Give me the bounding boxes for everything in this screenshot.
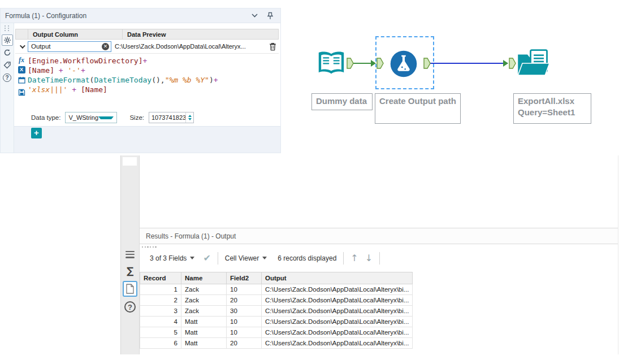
question-mark-icon: ? bbox=[3, 73, 11, 82]
collapse-chevron-icon[interactable] bbox=[249, 11, 260, 21]
configuration-panel-titlebar: Formula (1) - Configuration bbox=[1, 8, 280, 23]
insert-variable-icon[interactable]: X bbox=[18, 66, 25, 73]
results-title: Results - Formula (1) - Output bbox=[146, 232, 236, 240]
expression-row: ✕ C:\Users\Zack.Dodson\AppData\Local\Alt… bbox=[15, 40, 279, 54]
results-titlebar: Results - Formula (1) - Output bbox=[140, 228, 618, 244]
table-row[interactable]: 1Zack10C:\Users\Zack.Dodson\AppData\Loca… bbox=[140, 284, 413, 295]
help-icon[interactable]: ? bbox=[2, 72, 13, 83]
calendar-icon[interactable] bbox=[18, 76, 25, 86]
expression-grid-header: Output Column Data Preview bbox=[15, 29, 279, 40]
delete-expression-button[interactable] bbox=[267, 42, 278, 51]
tool-annotation-formula[interactable]: Create Output path bbox=[375, 93, 461, 124]
data-type-row: Data type: V_WString Size: bbox=[15, 110, 279, 125]
output-data-input-anchor[interactable] bbox=[509, 58, 516, 68]
results-panel: Results - Formula (1) - Output 3 of 3 Fi… bbox=[140, 155, 618, 354]
grid-header-output-column: Output Column bbox=[28, 29, 123, 39]
connection-2-arrow-icon bbox=[503, 60, 508, 67]
tool-annotation-text-input[interactable]: Dummy data bbox=[311, 93, 373, 110]
formula-configuration-panel: Formula (1) - Configuration ? bbox=[0, 8, 281, 153]
results-help-icon[interactable]: ? bbox=[124, 301, 136, 313]
configuration-tool-strip: ? bbox=[1, 23, 14, 153]
chevron-down-icon bbox=[262, 257, 267, 259]
results-side-strip: ∑ ? bbox=[120, 155, 140, 354]
grid-header-blank bbox=[16, 29, 28, 39]
step-down-icon[interactable] bbox=[188, 118, 192, 120]
chevron-down-icon bbox=[190, 257, 194, 259]
pin-icon[interactable] bbox=[265, 11, 276, 21]
grid-header-data-preview: Data Preview bbox=[123, 29, 278, 39]
table-row[interactable]: 5Matt10C:\Users\Zack.Dodson\AppData\Loca… bbox=[140, 327, 413, 338]
tool-annotation-output-data[interactable]: ExportAll.xlsx Query=Sheet1 bbox=[513, 93, 591, 124]
column-header-output[interactable]: Output bbox=[262, 272, 413, 284]
save-expression-icon[interactable] bbox=[18, 88, 25, 98]
book-icon bbox=[317, 49, 346, 78]
tool-formula[interactable] bbox=[389, 49, 418, 79]
editor-gutter: fx X bbox=[15, 55, 28, 108]
toolbar-separator bbox=[343, 252, 344, 265]
results-table-body: 1Zack10C:\Users\Zack.Dodson\AppData\Loca… bbox=[140, 284, 413, 349]
output-column-field[interactable]: ✕ bbox=[28, 41, 111, 52]
table-row[interactable]: 3Zack30C:\Users\Zack.Dodson\AppData\Loca… bbox=[140, 306, 413, 317]
tool-text-input[interactable] bbox=[317, 49, 346, 78]
data-type-select[interactable]: V_WString bbox=[65, 112, 117, 123]
document-icon bbox=[126, 284, 134, 294]
dropdown-caret-icon bbox=[98, 116, 114, 119]
output-column-input[interactable] bbox=[31, 43, 102, 50]
table-row[interactable]: 6Matt20C:\Users\Zack.Dodson\AppData\Loca… bbox=[140, 338, 413, 349]
table-row[interactable]: 2Zack20C:\Users\Zack.Dodson\AppData\Loca… bbox=[140, 295, 413, 306]
configuration-panel-title: Formula (1) - Configuration bbox=[5, 12, 86, 20]
strip-top-box bbox=[123, 157, 137, 166]
metadata-sigma-icon[interactable]: ∑ bbox=[127, 265, 133, 276]
tool-output-data[interactable] bbox=[517, 48, 549, 79]
cell-viewer-label: Cell Viewer bbox=[225, 254, 259, 262]
flask-icon bbox=[389, 49, 418, 79]
chevron-down-icon bbox=[19, 43, 25, 49]
cell-viewer-dropdown[interactable]: Cell Viewer bbox=[225, 254, 270, 262]
size-input[interactable] bbox=[149, 114, 185, 121]
column-header-record[interactable]: Record bbox=[140, 272, 181, 284]
formula-line[interactable]: DateTimeFormat(DateTimeToday(),"%m %b %Y… bbox=[28, 75, 279, 85]
annotation-tag-icon[interactable] bbox=[2, 59, 13, 71]
step-up-icon[interactable] bbox=[188, 115, 192, 117]
formula-line[interactable]: 'xlsx|||' + [Name] bbox=[28, 85, 279, 94]
results-table: Record Name Field2 Output 1Zack10C:\User… bbox=[140, 272, 413, 349]
refresh-icon[interactable] bbox=[2, 47, 13, 58]
scroll-down-icon[interactable]: ↓ bbox=[365, 253, 373, 263]
configuration-tab-gear-icon[interactable] bbox=[2, 34, 13, 46]
column-header-field2[interactable]: Field2 bbox=[227, 272, 262, 284]
results-grid-icon[interactable] bbox=[125, 249, 135, 259]
data-type-label: Data type: bbox=[31, 114, 60, 121]
records-displayed-text: 6 records displayed bbox=[278, 254, 336, 262]
apply-checkmark-icon[interactable]: ✔ bbox=[203, 253, 210, 263]
toolbar-separator bbox=[379, 252, 380, 265]
column-header-name[interactable]: Name bbox=[181, 272, 227, 284]
formula-line[interactable]: [Engine.WorkflowDirectory]+ bbox=[28, 56, 279, 66]
size-label: Size: bbox=[129, 114, 144, 121]
toolbar-separator bbox=[218, 252, 218, 265]
panel-grip-dots[interactable] bbox=[5, 25, 10, 31]
alteryx-designer-window: Formula (1) - Configuration ? bbox=[0, 0, 619, 364]
folder-document-icon bbox=[517, 48, 549, 79]
text-input-output-anchor[interactable] bbox=[347, 58, 353, 68]
formula-line[interactable]: [Name] + '-'+ bbox=[28, 66, 279, 75]
data-type-value: V_WString bbox=[66, 114, 98, 121]
fields-dropdown-label: 3 of 3 Fields bbox=[150, 254, 187, 262]
table-row[interactable]: 4Matt10C:\Users\Zack.Dodson\AppData\Loca… bbox=[140, 317, 413, 327]
clear-icon[interactable]: ✕ bbox=[102, 43, 109, 50]
scroll-up-icon[interactable]: ↑ bbox=[350, 253, 358, 263]
preview-view-selected[interactable] bbox=[123, 281, 137, 297]
formula-expression-editor[interactable]: fx X [Engine.WorkflowDirectory]+[Name] +… bbox=[15, 55, 279, 108]
formula-editor-lines[interactable]: [Engine.WorkflowDirectory]+[Name] + '-'+… bbox=[28, 55, 279, 108]
add-expression-button[interactable]: + bbox=[31, 128, 42, 138]
trash-icon bbox=[269, 42, 276, 51]
results-toolbar: 3 of 3 Fields ✔ Cell Viewer 6 records di… bbox=[140, 244, 618, 272]
fields-dropdown[interactable]: 3 of 3 Fields bbox=[150, 254, 197, 262]
results-table-header-row: Record Name Field2 Output bbox=[140, 272, 413, 284]
data-preview-text: C:\Users\Zack.Dodson\AppData\Local\Alter… bbox=[111, 43, 267, 50]
configuration-content: Output Column Data Preview ✕ C:\Users\Za… bbox=[14, 23, 280, 153]
size-stepper[interactable] bbox=[185, 112, 193, 123]
insert-function-icon[interactable]: fx bbox=[19, 57, 24, 64]
expression-footer: + bbox=[14, 126, 280, 153]
size-field[interactable] bbox=[149, 112, 194, 123]
row-expander[interactable] bbox=[15, 45, 28, 49]
